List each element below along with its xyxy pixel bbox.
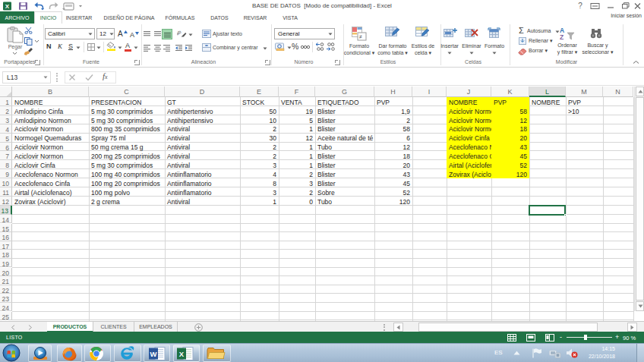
svg-text:ab: ab bbox=[177, 30, 182, 36]
svg-text:≠: ≠ bbox=[359, 34, 362, 39]
svg-text:X: X bbox=[179, 350, 185, 358]
svg-text:?: ? bbox=[578, 2, 582, 10]
svg-text:Z: Z bbox=[560, 33, 564, 41]
svg-text:W: W bbox=[150, 350, 157, 358]
